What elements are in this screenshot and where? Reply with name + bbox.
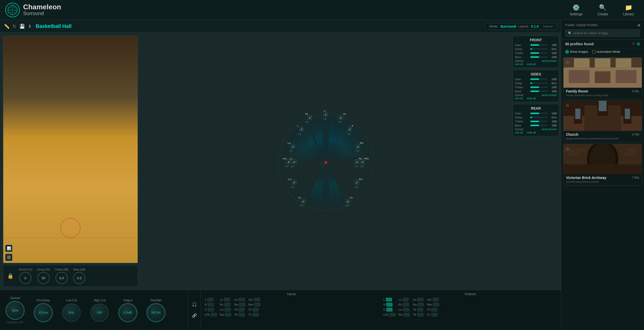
- input-Rtm-box[interactable]: [254, 303, 260, 306]
- svg-text:s  m: s m: [291, 186, 294, 188]
- profile-card-archway[interactable]: ☆ Victorian Brick Archway 7.96s outside,…: [563, 144, 642, 185]
- input-C-box[interactable]: [208, 308, 214, 311]
- profile-card-family-room[interactable]: ☆ Family Room 0.42s inside,domestic,warm…: [563, 57, 642, 99]
- output-Rs-box[interactable]: [403, 303, 409, 306]
- output-Trl: Trl: [427, 308, 439, 311]
- link-icon[interactable]: 🔗: [190, 312, 198, 320]
- edit-icon[interactable]: ✏️: [4, 24, 10, 29]
- output-Ltm-box[interactable]: [433, 298, 439, 301]
- refresh-icon[interactable]: ↻: [13, 24, 16, 29]
- output-L-box[interactable]: [386, 298, 392, 301]
- front-solo-all[interactable]: solo all: [515, 63, 523, 66]
- output-Rtm: Rtm: [427, 303, 439, 306]
- input-Rrs-box[interactable]: [225, 313, 231, 316]
- lock-icon[interactable]: 🔒: [7, 273, 14, 279]
- stretch-knob[interactable]: 0: [19, 272, 31, 284]
- output-Tfr-box[interactable]: [417, 313, 423, 316]
- svg-text:C: C: [324, 110, 326, 112]
- output-Rw-box[interactable]: [418, 303, 424, 306]
- rear-solo-all[interactable]: solo all: [515, 131, 523, 134]
- sidebar-collapse-icon[interactable]: ◀: [637, 23, 640, 27]
- layout-label: Layout:: [518, 24, 529, 28]
- input-Ls-box[interactable]: [224, 298, 230, 301]
- svg-text:🔊: 🔊: [356, 161, 358, 163]
- output-Trr-box[interactable]: [431, 313, 437, 316]
- profile-card-church[interactable]: ☆ Church 5.78s large,inside,long,reverbe…: [563, 101, 642, 142]
- highcut-knob[interactable]: INF: [91, 304, 109, 322]
- input-Tfl-box[interactable]: [238, 308, 245, 311]
- output-Lrs-box[interactable]: [403, 308, 409, 311]
- front-spread-value[interactable]: send+receive: [542, 60, 557, 62]
- input-Rw-box[interactable]: [239, 303, 245, 306]
- sides-spread-value[interactable]: send+receive: [542, 94, 557, 97]
- rear-spread-value[interactable]: send+receive: [542, 128, 557, 131]
- front-gain-bar: [530, 44, 548, 46]
- input-Lrs-box[interactable]: [225, 308, 231, 311]
- nav-settings[interactable]: ⚙️ Settings: [570, 4, 583, 16]
- nav-create[interactable]: 🔍 Create: [597, 4, 608, 16]
- svg-rect-92: [625, 109, 630, 119]
- front-mute-all[interactable]: mute all: [527, 63, 536, 66]
- nav-library[interactable]: 📁 Library: [623, 4, 634, 16]
- input-Ltm-box[interactable]: [254, 298, 260, 301]
- headphone-icon[interactable]: 🎧: [190, 301, 198, 309]
- output-LFE-box[interactable]: [389, 313, 395, 316]
- input-L-box[interactable]: [207, 298, 213, 301]
- output-Tfl-box[interactable]: [417, 308, 423, 311]
- output-Rrs-box[interactable]: [404, 313, 410, 316]
- inputs-group: Inputs L R C: [205, 292, 378, 328]
- predelay-knob-group: Pre-Delay 101ms: [34, 299, 52, 322]
- output-LFE: LFE: [383, 313, 395, 316]
- search-input[interactable]: [573, 31, 637, 35]
- input-Trl-box[interactable]: [253, 308, 259, 311]
- predelay-knob[interactable]: 101ms: [34, 304, 52, 322]
- mode-value[interactable]: Surround: [500, 24, 516, 28]
- output-Tfl: Tfl: [413, 308, 424, 311]
- output-Ltm: Ltm: [427, 298, 439, 301]
- grid-view-icon[interactable]: ⊞: [637, 41, 640, 46]
- rear-gain-bar: [530, 113, 548, 114]
- waveform-icon[interactable]: 📊: [5, 245, 12, 252]
- save-icon[interactable]: 💾: [19, 24, 25, 29]
- output-Rs: Rs: [398, 303, 410, 306]
- output-Trl-box[interactable]: [431, 308, 437, 311]
- spread-knob[interactable]: 50%: [6, 301, 24, 319]
- profile-name-row-archway: Victorian Brick Archway 7.96s: [566, 176, 639, 180]
- treble-knob[interactable]: 0.0: [56, 272, 68, 284]
- layout-value[interactable]: 9.1.6: [531, 24, 539, 28]
- image-icon[interactable]: 🖼: [5, 254, 12, 261]
- lowcut-knob[interactable]: 0Hz: [62, 304, 80, 322]
- output-knob[interactable]: 0.0dB: [119, 304, 137, 322]
- family-room-star[interactable]: ☆: [566, 60, 570, 65]
- front-gain-row: Gain: 0dB: [515, 43, 557, 46]
- archway-star[interactable]: ☆: [566, 146, 570, 152]
- drywet-knob[interactable]: 56.3%: [147, 304, 165, 322]
- church-star[interactable]: ☆: [566, 103, 570, 108]
- show-images-option[interactable]: Show Images: [565, 50, 588, 54]
- input-R-box[interactable]: [208, 303, 214, 306]
- decay-knob[interactable]: 50: [37, 272, 50, 284]
- input-Lw-box[interactable]: [239, 298, 245, 301]
- input-Tfr-box[interactable]: [239, 313, 245, 316]
- output-Lw-box[interactable]: [417, 298, 423, 301]
- show-images-radio[interactable]: [565, 50, 569, 54]
- output-C-box[interactable]: [386, 308, 392, 311]
- automation-mode-checkbox[interactable]: [592, 50, 596, 54]
- sides-solo-all[interactable]: solo all: [515, 97, 523, 100]
- input-Trr-box[interactable]: [253, 313, 259, 316]
- automation-mode-option[interactable]: Automation Mode: [592, 50, 620, 54]
- output-R-box[interactable]: [386, 303, 392, 306]
- input-LFE-box[interactable]: [211, 313, 217, 316]
- rear-mute-all[interactable]: mute all: [527, 131, 536, 134]
- output-Rtm-box[interactable]: [433, 303, 439, 306]
- svg-text:s  m: s m: [323, 118, 326, 120]
- output-Ls-box[interactable]: [403, 298, 409, 301]
- bass-knob[interactable]: 0.0: [73, 272, 85, 284]
- search-box[interactable]: 🔍: [565, 29, 640, 37]
- sides-mute-all[interactable]: mute all: [527, 97, 536, 100]
- input-Rs-box[interactable]: [224, 303, 230, 306]
- list-view-icon[interactable]: ≡: [632, 41, 635, 46]
- input-Ls: Ls: [220, 298, 231, 301]
- svg-text:s  m: s m: [289, 150, 293, 152]
- download-icon[interactable]: ⬇: [28, 24, 32, 29]
